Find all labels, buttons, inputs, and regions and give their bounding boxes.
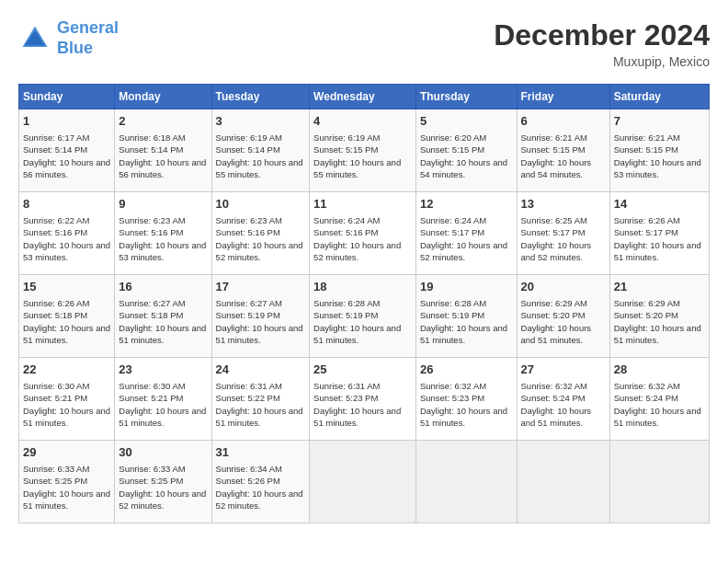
- day-number: 1: [23, 113, 110, 130]
- daylight-label: Daylight: 10 hours and 51 minutes.: [313, 323, 401, 345]
- calendar-cell-22: 22 Sunrise: 6:30 AM Sunset: 5:21 PM Dayl…: [19, 358, 115, 441]
- sunrise: Sunrise: 6:29 AM: [521, 298, 587, 308]
- day-number: 7: [614, 113, 705, 130]
- calendar-cell-8: 8 Sunrise: 6:22 AM Sunset: 5:16 PM Dayli…: [19, 192, 115, 275]
- sunrise: Sunrise: 6:33 AM: [119, 464, 185, 474]
- day-number: 9: [119, 196, 207, 213]
- calendar-header-row: Sunday Monday Tuesday Wednesday Thursday…: [19, 85, 710, 109]
- sunset: Sunset: 5:17 PM: [614, 227, 678, 237]
- sunrise: Sunrise: 6:19 AM: [313, 132, 380, 143]
- calendar-table: Sunday Monday Tuesday Wednesday Thursday…: [18, 84, 710, 523]
- sunset: Sunset: 5:19 PM: [313, 310, 378, 320]
- daylight-label: Daylight: 10 hours and 51 minutes.: [23, 323, 110, 345]
- day-number: 8: [23, 196, 110, 213]
- daylight-label: Daylight: 10 hours and 51 minutes.: [23, 406, 110, 428]
- sunset: Sunset: 5:25 PM: [119, 476, 183, 486]
- sunrise: Sunrise: 6:27 AM: [119, 298, 185, 308]
- calendar-cell-31: 31 Sunrise: 6:34 AM Sunset: 5:26 PM Dayl…: [211, 441, 310, 523]
- sunrise: Sunrise: 6:23 AM: [119, 215, 185, 225]
- day-number: 22: [23, 362, 110, 378]
- sunrise: Sunrise: 6:32 AM: [521, 381, 587, 391]
- calendar-cell-17: 17 Sunrise: 6:27 AM Sunset: 5:19 PM Dayl…: [211, 275, 310, 358]
- calendar-cell-24: 24 Sunrise: 6:31 AM Sunset: 5:22 PM Dayl…: [211, 358, 310, 441]
- sunset: Sunset: 5:23 PM: [313, 393, 378, 403]
- sunset: Sunset: 5:20 PM: [614, 310, 678, 320]
- daylight-label: Daylight: 10 hours and 52 minutes.: [313, 240, 401, 262]
- day-number: 13: [521, 196, 606, 213]
- sunrise: Sunrise: 6:17 AM: [23, 132, 89, 143]
- sunset: Sunset: 5:15 PM: [313, 144, 378, 155]
- day-number: 18: [313, 279, 412, 295]
- daylight-label: Daylight: 10 hours and 55 minutes.: [216, 157, 303, 179]
- daylight-label: Daylight: 10 hours and 53 minutes.: [614, 157, 701, 179]
- daylight-label: Daylight: 10 hours and 51 minutes.: [119, 323, 206, 345]
- day-number: 16: [119, 279, 207, 295]
- day-number: 5: [420, 113, 513, 130]
- sunset: Sunset: 5:16 PM: [119, 227, 183, 237]
- sunrise: Sunrise: 6:31 AM: [216, 381, 282, 391]
- col-friday: Friday: [517, 85, 609, 109]
- day-number: 30: [119, 444, 207, 461]
- calendar-week-3: 15 Sunrise: 6:26 AM Sunset: 5:18 PM Dayl…: [19, 275, 710, 358]
- sunset: Sunset: 5:15 PM: [521, 144, 586, 155]
- sunset: Sunset: 5:18 PM: [23, 310, 87, 320]
- daylight-label: Daylight: 10 hours and 52 minutes.: [119, 488, 206, 511]
- calendar-cell-20: 20 Sunrise: 6:29 AM Sunset: 5:20 PM Dayl…: [517, 275, 609, 358]
- calendar-cell-7: 7 Sunrise: 6:21 AM Sunset: 5:15 PM Dayli…: [609, 109, 709, 192]
- day-number: 29: [23, 444, 110, 461]
- daylight-label: Daylight: 10 hours and 56 minutes.: [23, 157, 110, 179]
- sunset: Sunset: 5:23 PM: [420, 393, 484, 403]
- daylight-label: Daylight: 10 hours and 53 minutes.: [119, 240, 206, 262]
- calendar-cell-25: 25 Sunrise: 6:31 AM Sunset: 5:23 PM Dayl…: [310, 358, 416, 441]
- calendar-cell-14: 14 Sunrise: 6:26 AM Sunset: 5:17 PM Dayl…: [609, 192, 709, 275]
- daylight-label: Daylight: 10 hours and 54 minutes.: [521, 157, 592, 179]
- sunset: Sunset: 5:16 PM: [313, 227, 378, 237]
- sunrise: Sunrise: 6:26 AM: [23, 298, 89, 308]
- calendar-week-4: 22 Sunrise: 6:30 AM Sunset: 5:21 PM Dayl…: [19, 358, 710, 441]
- daylight-label: Daylight: 10 hours and 51 minutes.: [614, 406, 701, 428]
- day-number: 20: [521, 279, 606, 295]
- day-number: 24: [216, 362, 306, 378]
- col-wednesday: Wednesday: [310, 85, 416, 109]
- sunset: Sunset: 5:17 PM: [521, 227, 586, 237]
- sunset: Sunset: 5:21 PM: [119, 393, 183, 403]
- calendar-cell-30: 30 Sunrise: 6:33 AM Sunset: 5:25 PM Dayl…: [115, 441, 211, 523]
- calendar-cell-28: 28 Sunrise: 6:32 AM Sunset: 5:24 PM Dayl…: [609, 358, 709, 441]
- sunset: Sunset: 5:16 PM: [23, 227, 87, 237]
- sunrise: Sunrise: 6:19 AM: [216, 132, 282, 143]
- col-tuesday: Tuesday: [211, 85, 310, 109]
- sunset: Sunset: 5:18 PM: [119, 310, 183, 320]
- calendar-cell-26: 26 Sunrise: 6:32 AM Sunset: 5:23 PM Dayl…: [415, 358, 517, 441]
- sunset: Sunset: 5:25 PM: [23, 476, 87, 486]
- sunrise: Sunrise: 6:21 AM: [521, 132, 587, 143]
- sunrise: Sunrise: 6:30 AM: [23, 381, 89, 391]
- sunset: Sunset: 5:17 PM: [420, 227, 484, 237]
- day-number: 2: [119, 113, 207, 130]
- calendar-cell-empty-4-6: [609, 441, 709, 523]
- sunset: Sunset: 5:15 PM: [420, 144, 484, 155]
- daylight-label: Daylight: 10 hours and 55 minutes.: [313, 157, 401, 179]
- day-number: 21: [614, 279, 705, 295]
- calendar-week-1: 1 Sunrise: 6:17 AM Sunset: 5:14 PM Dayli…: [19, 109, 710, 192]
- col-monday: Monday: [115, 85, 211, 109]
- calendar-cell-29: 29 Sunrise: 6:33 AM Sunset: 5:25 PM Dayl…: [19, 441, 115, 523]
- daylight-label: Daylight: 10 hours and 51 minutes.: [614, 323, 701, 345]
- daylight-label: Daylight: 10 hours and 51 minutes.: [614, 240, 701, 262]
- sunrise: Sunrise: 6:30 AM: [119, 381, 185, 391]
- sunrise: Sunrise: 6:34 AM: [216, 464, 282, 474]
- col-thursday: Thursday: [415, 85, 517, 109]
- daylight-label: Daylight: 10 hours and 51 minutes.: [420, 323, 507, 345]
- daylight-label: Daylight: 10 hours and 51 minutes.: [313, 406, 401, 428]
- sunrise: Sunrise: 6:20 AM: [420, 132, 486, 143]
- daylight-label: Daylight: 10 hours and 51 minutes.: [216, 406, 303, 428]
- sunrise: Sunrise: 6:21 AM: [614, 132, 680, 143]
- calendar-cell-empty-4-4: [415, 441, 517, 523]
- day-number: 3: [216, 113, 306, 130]
- title-block: December 2024 Muxupip, Mexico: [494, 18, 710, 69]
- daylight-label: Daylight: 10 hours and 51 minutes.: [521, 323, 592, 345]
- calendar-cell-18: 18 Sunrise: 6:28 AM Sunset: 5:19 PM Dayl…: [310, 275, 416, 358]
- calendar-cell-27: 27 Sunrise: 6:32 AM Sunset: 5:24 PM Dayl…: [517, 358, 609, 441]
- day-number: 6: [521, 113, 606, 130]
- sunrise: Sunrise: 6:28 AM: [420, 298, 486, 308]
- sunset: Sunset: 5:22 PM: [216, 393, 280, 403]
